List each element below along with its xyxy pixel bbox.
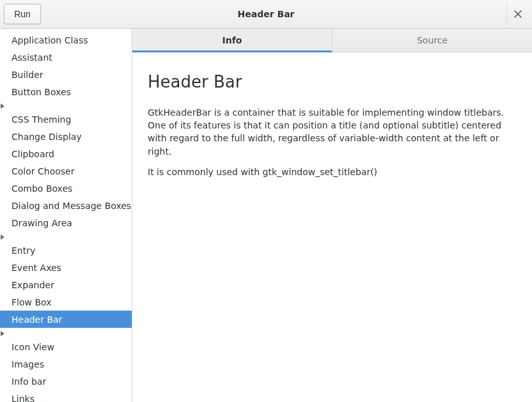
expander-icon[interactable] [0, 100, 5, 111]
tab-label: Source [417, 35, 448, 45]
info-paragraph: GtkHeaderBar is a container that is suit… [148, 106, 517, 158]
sidebar-item[interactable]: Clipboard [0, 145, 132, 162]
sidebar-item[interactable]: Flow Box [0, 293, 132, 311]
sidebar-item-label: Assistant [12, 52, 52, 63]
sidebar-item[interactable]: Application Class [0, 31, 132, 49]
sidebar-item[interactable]: Color Chooser [0, 162, 132, 180]
window-headerbar: Run Header Bar [0, 0, 532, 29]
close-button[interactable] [506, 3, 528, 25]
sidebar-item-label: Color Chooser [12, 166, 74, 176]
sidebar-item-label: Images [12, 359, 44, 369]
sidebar-item[interactable]: Links [0, 390, 132, 402]
sidebar-item-label: Change Display [12, 132, 82, 142]
sidebar-item[interactable]: Dialog and Message Boxes [0, 197, 132, 214]
sidebar-item[interactable]: Images [0, 355, 132, 373]
sidebar-item[interactable]: Builder [0, 66, 132, 83]
expander-icon[interactable] [0, 231, 5, 242]
sidebar-item-label: Drawing Area [12, 218, 72, 228]
info-content: Header Bar GtkHeaderBar is a container t… [132, 52, 532, 186]
sidebar-item[interactable]: Change Display [0, 128, 132, 145]
sidebar-item-label: Clipboard [12, 149, 54, 159]
sidebar-item[interactable]: Drawing Area [0, 214, 132, 231]
sidebar-item-label: Icon View [12, 342, 54, 352]
sidebar-item-label: Button Boxes [12, 87, 71, 97]
sidebar-item[interactable]: Header Bar [0, 311, 132, 328]
sidebar-item-label: Event Axes [12, 263, 61, 273]
sidebar-item-label: Dialog and Message Boxes [12, 201, 131, 211]
sidebar-item[interactable]: Info bar [0, 373, 132, 390]
sidebar-item[interactable]: CSS Theming [0, 111, 132, 128]
sidebar-item[interactable]: Assistant [0, 49, 132, 66]
window-title: Header Bar [0, 9, 532, 19]
sidebar-item-label: Application Class [12, 35, 88, 45]
expander-icon[interactable] [0, 328, 5, 338]
info-heading: Header Bar [148, 70, 517, 95]
sidebar-list[interactable]: Application ClassAssistantBuilderButton … [0, 29, 132, 402]
run-button[interactable]: Run [4, 4, 41, 24]
sidebar-item[interactable]: Expander [0, 276, 132, 293]
sidebar-item[interactable]: Icon View [0, 338, 132, 355]
sidebar-item-label: Links [12, 394, 35, 403]
sidebar-item-label: Expander [12, 280, 54, 290]
sidebar-item-label: Info bar [12, 376, 46, 387]
sidebar-item[interactable]: Button Boxes [0, 83, 132, 100]
close-icon [514, 10, 522, 18]
sidebar-item[interactable]: Event Axes [0, 259, 132, 276]
sidebar: Application ClassAssistantBuilderButton … [0, 29, 132, 402]
sidebar-item-label: CSS Theming [12, 114, 71, 125]
main-area: InfoSource Header Bar GtkHeaderBar is a … [132, 29, 532, 402]
info-paragraph: It is commonly used with gtk_window_set_… [148, 166, 517, 178]
sidebar-item-label: Flow Box [12, 297, 51, 307]
tab-bar: InfoSource [132, 29, 532, 52]
sidebar-item[interactable]: Combo Boxes [0, 180, 132, 197]
sidebar-item[interactable]: Entry [0, 242, 132, 259]
sidebar-item-label: Builder [12, 70, 43, 80]
sidebar-item-label: Combo Boxes [12, 183, 72, 194]
sidebar-item-label: Entry [12, 245, 35, 256]
tab-source[interactable]: Source [332, 29, 532, 52]
sidebar-item-label: Header Bar [12, 314, 62, 325]
tab-label: Info [223, 35, 242, 45]
tab-info[interactable]: Info [132, 29, 332, 52]
